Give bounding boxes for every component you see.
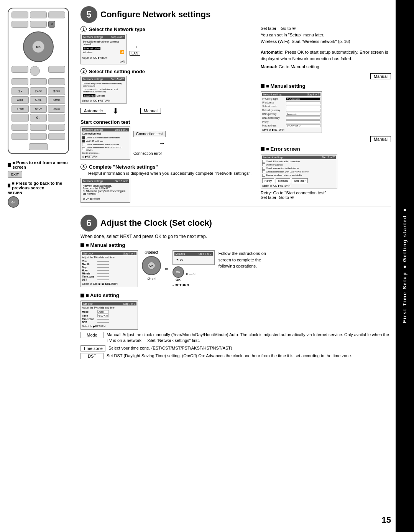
side-tab-dot-1 xyxy=(404,209,406,211)
fval-3 xyxy=(286,105,320,108)
set-later-btn[interactable]: Set later xyxy=(292,178,308,183)
sub1-content: Network settings Step 4 of 7 Select Ethe… xyxy=(80,34,255,64)
err-lbl-1: Check Ethernet cable connection xyxy=(266,160,300,163)
sub4-header: 3 Complete "Network settings" xyxy=(80,164,255,170)
error-header: Network settings Step 6 of 7 xyxy=(262,156,336,159)
manual-setting-block: ■ Manual setting Network settings Step 8… xyxy=(261,83,391,133)
remote-r3b1[interactable] xyxy=(12,78,28,85)
check-icon-1 xyxy=(82,136,85,139)
set-later-row: Set later: Go to ⑥ xyxy=(261,26,391,31)
test-check-2-label: Verify IP address xyxy=(86,140,103,142)
min-range: ◄ 10 xyxy=(176,258,211,261)
err-lbl-3: Check connection to the Internet xyxy=(266,167,299,169)
auto-return: ▶RETURN xyxy=(93,325,105,328)
complete-line4: the network. xyxy=(83,192,128,195)
num-4[interactable]: 4GHI xyxy=(12,96,29,104)
num-7[interactable]: 7PQR xyxy=(12,105,29,113)
remote-mid-btn-2[interactable] xyxy=(48,66,65,73)
lan-arrows: → LAN xyxy=(130,34,140,64)
sub2-content: Network settings Step 5 of 7 Checks for … xyxy=(80,76,255,104)
num-blank-left[interactable] xyxy=(12,114,29,122)
retry-btn[interactable]: Retry xyxy=(262,178,274,183)
manual-clock-title: ■ Manual setting xyxy=(86,242,125,248)
remote-b4[interactable] xyxy=(12,133,28,140)
remote-return-btn[interactable] xyxy=(30,66,40,76)
mode-header: Network settings Step 5 of 7 xyxy=(82,77,125,81)
remote-b6[interactable] xyxy=(48,133,65,140)
remote-r3b3[interactable] xyxy=(48,78,65,85)
nav-ring[interactable]: OK xyxy=(23,31,54,62)
mode-descs: Automatic: Press OK to start setup autom… xyxy=(261,49,391,70)
auto-screen: Set clock Step 7 of 7 Adjust the TV's da… xyxy=(80,300,138,330)
sub4-block: 3 Complete "Network settings" Helpful in… xyxy=(80,164,255,203)
side-tab-text-2: First Time Setup xyxy=(401,272,408,323)
configure-title-row: 5 Configure Network settings xyxy=(80,6,391,23)
auto-subtitle: Adjust the TV's date and time xyxy=(82,306,136,309)
err-check-5: Ensure wireless network availability xyxy=(262,174,336,177)
sub1-block: 1 Select the Network type Network settin… xyxy=(80,26,255,64)
clock-title-row: 6 Adjust the Clock (Set clock) xyxy=(80,215,391,232)
mode-options: Automatic Manual xyxy=(83,94,124,97)
num-1[interactable]: 1● xyxy=(12,87,29,95)
remote-mid-btn-1[interactable] xyxy=(12,66,28,73)
remote-btn-4[interactable] xyxy=(12,21,28,28)
remote-b1[interactable] xyxy=(12,124,28,131)
test-header: Network settings Step 6 of 7 xyxy=(82,128,129,131)
exit-button[interactable]: EXIT xyxy=(8,171,22,178)
auto-setting-section: ■ Auto setting Set clock Step 7 of 7 Adj… xyxy=(80,292,391,330)
remote-btn-1[interactable] xyxy=(12,11,28,18)
auto-select: Select ⊙ xyxy=(82,325,92,328)
clock-nav-area: ①select OK ②set xyxy=(142,250,161,281)
minutes-area: Minutes Step 7 of 7 ◄ 10 OK OK 0 — 9 xyxy=(172,250,215,287)
clock-hour-val xyxy=(97,270,109,271)
complete-line3: DLNA/media query/features/settings in xyxy=(83,190,128,192)
num-pad: 1● 2ABC 3DEF 4GHI 5JKL 6MNO 7PQR 8TUV 9W… xyxy=(12,87,65,122)
num-5[interactable]: 5JKL xyxy=(30,96,47,104)
manual-label-right: Manual xyxy=(140,108,161,114)
sub1-header: 1 Select the Network type xyxy=(80,26,255,32)
remote-x-button[interactable]: ✕ xyxy=(48,21,55,28)
clock-screen-footer: Select ⊙ Edit ▣ ▣ ▶RETURN xyxy=(82,282,136,286)
info-row-dst: DST Set DST (Daylight Saving Time) setti… xyxy=(80,353,391,359)
setting-mode-screen: Network settings Step 5 of 7 Checks for … xyxy=(80,76,127,104)
num-9[interactable]: 9WXY xyxy=(48,105,65,113)
num-2[interactable]: 2ABC xyxy=(30,87,47,95)
remote-btn-3[interactable] xyxy=(48,11,65,18)
num-0[interactable]: 0-. xyxy=(30,114,47,122)
clock-section: 6 Adjust the Clock (Set clock) When done… xyxy=(80,215,391,359)
auto-mode-val: Auto xyxy=(97,310,109,314)
num-blank-right[interactable] xyxy=(48,114,65,122)
nav-ok-button[interactable]: OK xyxy=(32,41,44,53)
num-6[interactable]: 6MNO xyxy=(48,96,65,104)
step5-circle: 5 xyxy=(80,6,97,23)
net-type-row2: Wireless 📶 xyxy=(83,50,124,54)
manual-setting-title: ■ Manual setting xyxy=(266,83,305,89)
net-type-footer-ok: OK xyxy=(93,56,97,59)
error-screen-header: ■ Error screen xyxy=(261,146,391,152)
remote-r3b2[interactable] xyxy=(30,78,47,85)
black-square-return xyxy=(8,184,10,187)
error-screen: Network settings Step 6 of 7 Check Ether… xyxy=(261,154,337,189)
remote-btn-5[interactable] xyxy=(30,21,47,28)
remote-b3[interactable] xyxy=(48,124,65,131)
err-chk-5 xyxy=(262,174,265,177)
remote-b2[interactable] xyxy=(30,124,47,131)
complete-return: ▶Return xyxy=(90,197,100,200)
num-3[interactable]: 3DEF xyxy=(48,87,65,95)
net-type-desc: Select Ethernet cable or wireless networ… xyxy=(83,40,124,46)
mode-footer-select: Select ⊙ xyxy=(82,99,92,102)
remote-btn-2[interactable] xyxy=(30,11,47,18)
remote-b5[interactable] xyxy=(30,133,47,140)
configure-section: 5 Configure Network settings 1 Select th… xyxy=(80,6,391,203)
err-return: ▶RETURN xyxy=(278,184,290,187)
field-row-6: DNS secondary xyxy=(262,117,320,120)
remote-bottom-single[interactable] xyxy=(29,143,48,150)
clock-main-title: Adjust the Clock (Set clock) xyxy=(100,218,212,228)
fkey-proxy: Proxy xyxy=(262,120,285,123)
manual-btn[interactable]: Manual xyxy=(276,178,290,183)
manual-error-label: Manual xyxy=(261,136,391,142)
mf-return: ▶RETURN xyxy=(272,128,284,131)
test-check-1-label: Check Ethernet cable connection xyxy=(86,136,120,139)
num-8[interactable]: 8TUV xyxy=(30,105,47,113)
net-type-header: Network settings Step 4 of 7 xyxy=(82,35,125,39)
